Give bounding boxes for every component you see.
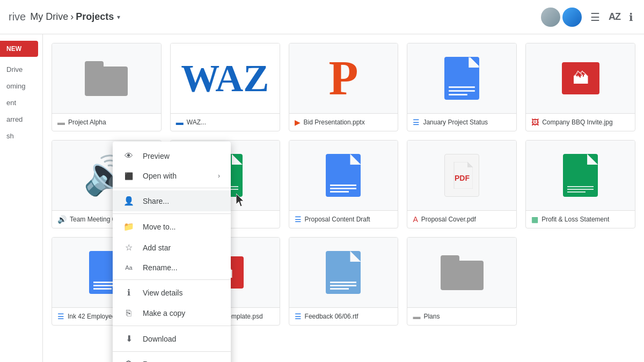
header-right: ☰ AZ ℹ (541, 8, 635, 27)
docs-label-icon: ☰ (413, 118, 420, 127)
breadcrumb-current[interactable]: Projects (76, 11, 114, 23)
info-icon[interactable]: ℹ (627, 9, 635, 26)
sidebar-item-trash[interactable]: sh (0, 128, 42, 144)
file-thumb-feedback (289, 238, 398, 307)
breadcrumb-dropdown-icon[interactable]: ▾ (117, 13, 120, 21)
context-menu-download[interactable]: ⬇ Download (113, 328, 231, 349)
file-name-january: January Project Status (423, 119, 488, 126)
file-thumb-profit-loss (526, 141, 635, 210)
context-menu-share-label: Share... (143, 197, 169, 205)
docs-label-icon-3: ☰ (57, 312, 64, 321)
file-label-plans: ▬ Plans (407, 307, 516, 325)
pptx-label-icon: ▶ (295, 118, 301, 127)
context-menu-rename-label: Rename... (143, 263, 178, 272)
file-card-bbq[interactable]: 🏔 🖼 Company BBQ Invite.jpg (525, 43, 635, 131)
sidebar: NEW Drive oming ent arred sh (0, 34, 43, 362)
file-card-proposal-cover[interactable]: PDF A Proposal Cover.pdf (407, 140, 517, 228)
context-menu: 👁 Preview ⬛ Open with › 👤 Share... 📁 (113, 142, 231, 362)
context-menu-preview[interactable]: 👁 Preview (113, 146, 231, 166)
file-thumb-proposal-cover: PDF (407, 141, 516, 210)
trash-icon: 🗑 (123, 359, 134, 362)
context-menu-move-to-label: Move to... (143, 223, 175, 231)
folder-label-icon: ▬ (57, 118, 65, 127)
header-left: rive My Drive › Projects ▾ (9, 11, 120, 23)
download-icon: ⬇ (123, 334, 134, 344)
breadcrumb: My Drive › Projects ▾ (30, 11, 120, 23)
context-menu-rename[interactable]: Aa Rename... (113, 258, 231, 277)
folder-label-icon-plans: ▬ (413, 312, 420, 321)
avatar-1[interactable] (541, 8, 560, 27)
context-menu-divider-5 (113, 351, 231, 352)
file-thumb-bbq: 🏔 (526, 43, 635, 113)
main-layout: NEW Drive oming ent arred sh ▬ Project A… (0, 34, 644, 362)
file-label-waz: ▬ WAZ... (171, 113, 280, 131)
file-label-bbq: 🖼 Company BBQ Invite.jpg (526, 113, 635, 131)
context-menu-move-to[interactable]: 📁 Move to... (113, 216, 231, 237)
context-menu-share[interactable]: 👤 Share... (113, 190, 231, 211)
sidebar-item-drive[interactable]: Drive (0, 61, 42, 78)
file-thumb-january (407, 43, 516, 113)
file-label-january: ☰ January Project Status (407, 113, 516, 131)
breadcrumb-root[interactable]: My Drive (30, 11, 68, 23)
pdf-label-icon: A (413, 215, 418, 224)
context-menu-add-star[interactable]: ☆ Add star (113, 237, 231, 258)
file-label-proposal-cover: A Proposal Cover.pdf (407, 210, 516, 228)
file-label-bid: ▶ Bid Presentation.pptx (289, 113, 398, 131)
context-menu-download-label: Download (143, 335, 176, 343)
app-name: rive (9, 11, 26, 23)
context-menu-divider-4 (113, 326, 231, 326)
sidebar-item-shared[interactable]: ent (0, 94, 42, 111)
file-card-feedback[interactable]: ☰ Feedback 06/06.rtf (289, 237, 399, 326)
file-name-waz: WAZ... (187, 119, 206, 126)
file-card-project-alpha[interactable]: ▬ Project Alpha (52, 43, 162, 131)
slides-label-icon: ▬ (176, 118, 184, 127)
file-name-proposal-cover: Proposal Cover.pdf (421, 216, 476, 223)
svg-text:PDF: PDF (455, 174, 470, 182)
context-menu-make-copy[interactable]: ⎘ Make a copy (113, 303, 231, 323)
file-name-plans: Plans (423, 313, 440, 320)
context-menu-open-with-label: Open with (143, 172, 177, 180)
star-icon: ☆ (123, 242, 134, 253)
file-label-project-alpha: ▬ Project Alpha (52, 113, 161, 131)
file-card-bid-presentation[interactable]: P ▶ Bid Presentation.pptx (289, 43, 399, 131)
avatar-2[interactable] (562, 8, 582, 27)
docs-label-icon-4: ☰ (295, 312, 302, 321)
audio-label-icon: 🔊 (57, 215, 67, 224)
file-label-proposal-content: ☰ Proposal Content Draft (289, 210, 398, 228)
open-with-arrow-icon: › (218, 172, 220, 180)
context-menu-view-details-label: View details (143, 289, 182, 297)
open-with-icon: ⬛ (123, 172, 134, 180)
new-button[interactable]: NEW (0, 41, 38, 57)
folder-icon (85, 61, 128, 96)
context-menu-open-with[interactable]: ⬛ Open with › (113, 166, 231, 186)
file-card-waz[interactable]: WAZ ▬ WAZ... (170, 43, 280, 131)
context-menu-divider-2 (113, 213, 231, 214)
file-name-project-alpha: Project Alpha (68, 119, 106, 126)
context-menu-view-details[interactable]: ℹ View details (113, 282, 231, 303)
share-icon: 👤 (123, 196, 134, 206)
file-name-proposal-content: Proposal Content Draft (305, 216, 370, 223)
docs-label-icon-2: ☰ (295, 215, 302, 224)
list-view-icon[interactable]: ☰ (588, 9, 602, 26)
svg-marker-1 (236, 194, 244, 206)
file-card-proposal-content[interactable]: ☰ Proposal Content Draft (289, 140, 399, 228)
file-name-profit-loss: Profit & Loss Statement (541, 216, 609, 223)
file-card-january[interactable]: ☰ January Project Status (407, 43, 517, 131)
move-icon: 📁 (123, 221, 134, 232)
image-label-icon: 🖼 (531, 118, 539, 127)
sort-icon[interactable]: AZ (609, 11, 620, 23)
file-label-profit-loss: ▦ Profit & Loss Statement (526, 210, 635, 228)
preview-icon: 👁 (123, 151, 134, 161)
header: rive My Drive › Projects ▾ ☰ AZ ℹ (0, 0, 644, 34)
file-card-profit-loss[interactable]: ▦ Profit & Loss Statement (525, 140, 635, 228)
context-menu-remove[interactable]: 🗑 Remove (113, 354, 231, 362)
user-avatars (541, 8, 582, 27)
copy-icon: ⎘ (123, 308, 134, 318)
file-card-plans[interactable]: ▬ Plans (407, 237, 517, 326)
file-thumb-bid: P (289, 43, 398, 113)
sidebar-item-recent[interactable]: oming (0, 78, 42, 94)
file-thumb-waz: WAZ (171, 43, 280, 113)
context-menu-preview-label: Preview (143, 152, 170, 160)
file-thumb-project-alpha (52, 43, 161, 113)
sidebar-item-starred[interactable]: arred (0, 111, 42, 128)
